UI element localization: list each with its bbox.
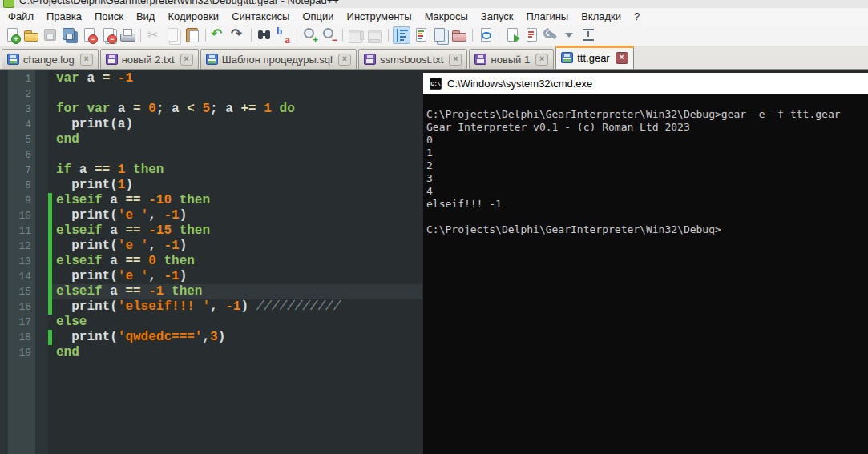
line-number: 7: [8, 163, 35, 178]
tab-label: ttt.gear: [577, 52, 609, 64]
zoom-out-icon: [321, 26, 338, 44]
find-button[interactable]: [256, 26, 273, 44]
find-icon: [256, 26, 273, 44]
terminal-line: [426, 211, 868, 223]
terminal-line: 4: [426, 185, 868, 198]
window-title-bar[interactable]: C:\Projects\Delphi\GearInterpreter\Win32…: [0, 0, 868, 8]
menu-item-12[interactable]: Вкладки: [575, 8, 628, 25]
indent-guide-icon: [393, 26, 410, 44]
line-number: 14: [8, 269, 35, 284]
cmd-window-title: C:\Windows\system32\cmd.exe: [447, 78, 592, 90]
close-all-documents-button[interactable]: [99, 26, 117, 44]
menu-item-4[interactable]: Вид: [130, 8, 162, 25]
sync-horizontal-scroll-button[interactable]: [366, 26, 384, 44]
save-button[interactable]: [42, 26, 59, 44]
terminal-line: Gear Interpreter v0.1 - (c) Roman Ltd 20…: [426, 121, 868, 134]
toolbar: [0, 25, 868, 46]
replace-button[interactable]: [275, 26, 293, 44]
macro-save-icon: [523, 26, 540, 44]
tab-5[interactable]: новый 1×: [469, 49, 554, 69]
cut-button[interactable]: [145, 26, 163, 44]
paste-button[interactable]: [184, 26, 201, 44]
tab-6[interactable]: ttt.gear×: [555, 46, 633, 69]
tab-label: новый 2.txt: [122, 54, 175, 66]
menu-item-6[interactable]: Синтаксисы: [225, 8, 296, 25]
terminal-line: C:\Projects\Delphi\GearInterpreter\Win32…: [426, 108, 868, 121]
terminal-line: 3: [426, 172, 868, 185]
tab-close-button[interactable]: ×: [338, 54, 351, 66]
modified-file-icon: [474, 54, 486, 65]
tab-close-button[interactable]: ×: [180, 54, 193, 66]
monitoring-icon: [477, 26, 495, 44]
terminal-line: C:\Projects\Delphi\GearInterpreter\Win32…: [426, 223, 868, 236]
change-marker: [48, 284, 52, 299]
redo-icon: [229, 26, 247, 44]
cmd-output[interactable]: C:\Projects\Delphi\GearInterpreter\Win32…: [423, 94, 868, 236]
modified-file-icon: [364, 54, 376, 65]
terminal-line: 2: [426, 159, 868, 172]
tab-2[interactable]: новый 2.txt×: [100, 49, 199, 69]
zoom-in-button[interactable]: [301, 26, 319, 44]
tab-close-button[interactable]: ×: [535, 54, 548, 66]
monitoring-button[interactable]: [477, 26, 495, 44]
menu-item-7[interactable]: Опции: [296, 8, 340, 25]
print-button[interactable]: [119, 26, 136, 44]
saved-file-icon: [7, 54, 19, 65]
menu-item-2[interactable]: Правка: [40, 8, 88, 25]
folder-as-workspace-button[interactable]: [450, 26, 468, 44]
bookmark-margin: [0, 70, 8, 454]
open-folder-icon: [22, 26, 40, 44]
app-window: C:\Projects\Delphi\GearInterpreter\Win32…: [0, 0, 868, 454]
trim-and-save-icon: [580, 26, 598, 44]
menu-item-8[interactable]: Инструменты: [341, 8, 418, 25]
menu-item-3[interactable]: Поиск: [88, 8, 130, 25]
save-all-button[interactable]: [61, 26, 79, 44]
tab-close-button[interactable]: ×: [80, 54, 93, 66]
fold-margin: [35, 70, 48, 454]
line-number: 11: [8, 223, 35, 239]
new-file-button[interactable]: [3, 26, 21, 44]
paste-icon: [184, 26, 201, 44]
tab-close-button[interactable]: ×: [449, 54, 462, 66]
toolbar-separator: [342, 29, 343, 42]
macro-save-button[interactable]: [523, 26, 540, 44]
tab-1[interactable]: change.log×: [2, 49, 99, 69]
close-document-button[interactable]: [80, 26, 98, 44]
menu-item-5[interactable]: Кодировки: [161, 8, 225, 25]
redo-button[interactable]: [229, 26, 247, 44]
change-marker: [48, 330, 52, 345]
copy-button[interactable]: [164, 26, 182, 44]
sync-vertical-scroll-button[interactable]: [347, 26, 365, 44]
document-map-button[interactable]: [412, 26, 430, 44]
close-all-documents-icon: [99, 26, 117, 44]
cmd-title-bar[interactable]: C:\Windows\system32\cmd.exe: [423, 73, 868, 94]
tab-label: Шаблон процедуры.sql: [222, 54, 333, 66]
menu-item-10[interactable]: Запуск: [474, 8, 520, 25]
document-list-button[interactable]: [431, 26, 449, 44]
open-folder-button[interactable]: [22, 26, 40, 44]
tab-label: change.log: [23, 54, 75, 66]
toolbar-separator: [388, 29, 389, 42]
toolbar-separator: [472, 29, 473, 42]
indent-guide-button[interactable]: [393, 26, 410, 44]
menu-item-13[interactable]: ?: [628, 8, 646, 25]
line-number-column: 12345678910111213141516171819: [8, 70, 35, 454]
change-marker: [48, 193, 52, 208]
undo-button[interactable]: [210, 26, 228, 44]
line-number: 4: [8, 117, 35, 132]
macro-playback-button[interactable]: [503, 26, 521, 44]
macro-run-button[interactable]: [542, 26, 559, 44]
tab-4[interactable]: ssmsboost.txt×: [358, 49, 467, 69]
menu-item-11[interactable]: Плагины: [520, 8, 575, 25]
menu-item-9[interactable]: Макросы: [418, 8, 474, 25]
toolbar-dropdown-button[interactable]: [561, 26, 579, 44]
zoom-out-button[interactable]: [321, 26, 338, 44]
trim-and-save-button[interactable]: [580, 26, 598, 44]
tab-3[interactable]: Шаблон процедуры.sql×: [200, 49, 357, 69]
tab-close-button[interactable]: ×: [616, 52, 628, 64]
line-number: 3: [8, 102, 35, 117]
menu-item-1[interactable]: Файл: [2, 8, 40, 25]
toolbar-separator: [205, 29, 206, 42]
line-number: 13: [8, 254, 35, 269]
line-number: 2: [8, 86, 35, 102]
